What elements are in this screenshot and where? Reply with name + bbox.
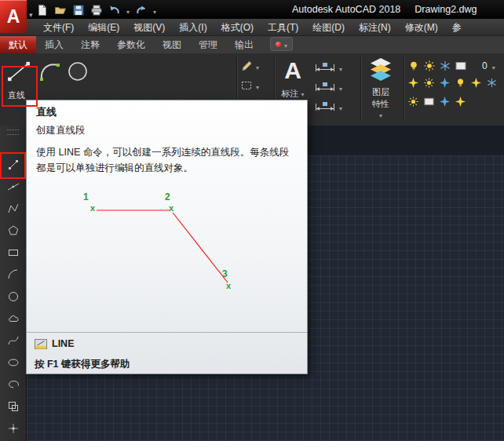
layer-tool-bulb-icon[interactable] <box>455 78 466 88</box>
layer-color-swatch-icon[interactable] <box>455 60 466 71</box>
menu-parametric[interactable]: 参 <box>445 19 469 36</box>
tool-construction-line[interactable] <box>0 176 26 198</box>
current-layer-name[interactable]: 0 <box>482 60 488 71</box>
tool-revision-cloud[interactable] <box>0 308 26 330</box>
tool-rectangle[interactable] <box>0 242 26 264</box>
tool-arc[interactable] <box>0 264 26 286</box>
diagram-x-marker: x <box>90 203 95 213</box>
tool-point[interactable] <box>0 417 26 439</box>
circle-tool-icon[interactable] <box>66 60 89 83</box>
layer-on-bulb-icon[interactable] <box>408 60 419 71</box>
undo-dropdown-caret-icon[interactable] <box>126 3 130 17</box>
tooltip-command-row: LINE <box>35 338 74 349</box>
tooltip-divider <box>27 332 307 333</box>
layer-tool-star-icon[interactable] <box>440 97 450 107</box>
dimension-icon[interactable] <box>314 101 336 112</box>
layer-tool-snowflake-icon[interactable] <box>487 78 497 88</box>
window-title: Autodesk AutoCAD 2018 Drawing2.dwg <box>292 4 477 15</box>
ribbon-tab-parametric[interactable]: 参数化 <box>108 36 154 53</box>
circle-icon <box>7 290 20 303</box>
tool-ellipse-arc[interactable] <box>0 374 26 395</box>
layer-tool-sun-icon[interactable] <box>424 78 434 88</box>
undo-icon[interactable] <box>108 4 121 16</box>
tool-polyline[interactable] <box>0 198 26 220</box>
menu-dimension[interactable]: 标注(N) <box>352 19 398 36</box>
layer-tool-row <box>408 97 466 107</box>
ribbon-tab-insert[interactable]: 插入 <box>36 36 72 53</box>
title-bar: Autodesk AutoCAD 2018 Drawing2.dwg <box>0 0 504 19</box>
tool-insert-block[interactable] <box>0 395 26 417</box>
modify-caret-icon[interactable] <box>256 78 259 93</box>
open-icon[interactable] <box>54 4 67 16</box>
dimension-caret-icon[interactable] <box>339 60 342 75</box>
annotate-caret-icon <box>301 89 305 98</box>
arc-icon <box>7 268 20 281</box>
application-menu-button[interactable]: A <box>0 0 27 33</box>
menu-view[interactable]: 视图(V) <box>126 19 172 36</box>
annotate-panel-label[interactable]: 标注 <box>275 88 311 100</box>
layer-dropdown-caret-icon[interactable] <box>492 59 495 73</box>
diagram-point-label: 1 <box>83 191 89 202</box>
layer-properties-icon[interactable] <box>365 57 396 82</box>
arc-tool-icon[interactable] <box>38 60 61 83</box>
dimension-tool-row <box>314 60 342 75</box>
layer-properties-label[interactable]: 图层 特性 <box>363 86 399 119</box>
plot-icon[interactable] <box>90 4 103 16</box>
tooltip-description: 使用 LINE 命令，可以创建一系列连续的直线段。每条线段都是可以单独进行编辑的… <box>36 144 298 176</box>
redo-dropdown-caret-icon[interactable] <box>153 3 156 17</box>
selection-rectangle-icon[interactable] <box>240 79 253 92</box>
application-menu-caret-icon[interactable]: ▾ <box>29 11 33 19</box>
menu-edit[interactable]: 编辑(E) <box>81 19 126 36</box>
tool-polygon[interactable] <box>0 220 26 242</box>
layer-tool-star-icon[interactable] <box>455 97 466 107</box>
highlight-box-ribbon-line-tool <box>2 66 38 107</box>
dimension-caret-icon[interactable] <box>339 100 342 114</box>
save-icon[interactable] <box>72 4 85 16</box>
spline-icon <box>7 334 20 347</box>
tool-circle[interactable] <box>0 286 26 308</box>
dimension-tool-row <box>314 100 342 114</box>
layer-thaw-sun-icon[interactable] <box>424 60 435 71</box>
polyline-icon <box>7 202 20 215</box>
line-tooltip: 直线 创建直线段 使用 LINE 命令，可以创建一系列连续的直线段。每条线段都是… <box>26 100 308 374</box>
layer-tool-star-icon[interactable] <box>408 78 418 88</box>
ribbon-tab-home[interactable]: 默认 <box>0 36 36 53</box>
modify-caret-icon[interactable] <box>256 59 259 73</box>
menu-file[interactable]: 文件(F) <box>36 19 81 36</box>
menu-insert[interactable]: 插入(I) <box>172 19 214 36</box>
dimension-caret-icon[interactable] <box>339 80 342 94</box>
ribbon-options-button[interactable] <box>270 37 293 51</box>
diagram-point-label: 3 <box>222 268 228 279</box>
panel-separator <box>404 56 405 121</box>
text-tool-icon[interactable]: A <box>276 54 309 87</box>
layer-tool-swatch-icon[interactable] <box>424 97 434 107</box>
menu-draw[interactable]: 绘图(D) <box>305 19 352 36</box>
edit-pencil-icon[interactable] <box>240 60 253 72</box>
panel-separator <box>360 56 362 121</box>
command-name: LINE <box>52 338 74 349</box>
diagram-x-marker: x <box>169 203 173 213</box>
ribbon-tab-annotate[interactable]: 注释 <box>72 36 108 53</box>
ellipse-icon <box>7 356 20 369</box>
linear-dimension-icon[interactable] <box>314 62 336 73</box>
autocad-logo-icon: A <box>7 6 20 27</box>
highlight-box-toolbar-line-tool <box>0 152 26 179</box>
tool-spline[interactable] <box>0 330 26 352</box>
menu-modify[interactable]: 修改(M) <box>398 19 445 36</box>
ribbon-tab-bar: 默认 插入 注释 参数化 视图 管理 输出 <box>0 36 504 53</box>
ribbon-tab-view[interactable]: 视图 <box>154 36 190 53</box>
toolbar-grip[interactable] <box>7 129 19 130</box>
layer-tool-star-icon[interactable] <box>440 78 450 88</box>
dimension-icon[interactable] <box>314 82 336 93</box>
layer-tool-star-icon[interactable] <box>471 78 481 88</box>
menu-tools[interactable]: 工具(T) <box>261 19 305 36</box>
layer-freeze-snowflake-icon[interactable] <box>440 60 451 71</box>
tool-ellipse[interactable] <box>0 352 26 374</box>
layer-tool-sun-icon[interactable] <box>408 97 418 107</box>
ribbon-tab-manage[interactable]: 管理 <box>190 36 226 53</box>
toolbar-grip[interactable] <box>7 134 19 135</box>
new-file-icon[interactable] <box>36 4 49 16</box>
redo-icon[interactable] <box>135 4 148 16</box>
menu-format[interactable]: 格式(O) <box>214 19 261 36</box>
ribbon-tab-output[interactable]: 输出 <box>226 36 262 53</box>
